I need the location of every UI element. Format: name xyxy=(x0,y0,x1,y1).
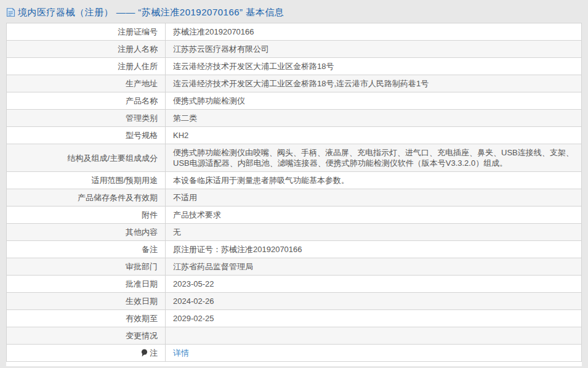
row-value: 第二类 xyxy=(166,110,582,127)
row-value: 江苏省药品监督管理局 xyxy=(166,258,582,276)
table-row: 附件 产品技术要求 xyxy=(7,206,582,224)
row-value: 江苏苏云医疗器材有限公司 xyxy=(166,41,582,58)
table-row: 注册证编号 苏械注准20192070166 xyxy=(7,23,582,41)
row-value: 2023-05-22 xyxy=(166,276,582,293)
page-header: 境内医疗器械（注册） —— “苏械注准20192070166” 基本信息 xyxy=(0,0,588,23)
row-label: 产品储存条件及有效期 xyxy=(7,189,166,206)
table-row: 批准日期 2023-05-22 xyxy=(7,276,582,293)
table-row: 注册人住所 连云港经济技术开发区大浦工业区金桥路18号 xyxy=(7,58,582,75)
note-balloon-icon xyxy=(141,349,148,357)
row-label: 批准日期 xyxy=(7,276,166,293)
table-row: 生效日期 2024-02-26 xyxy=(7,293,582,310)
table-row: 其他内容 无 xyxy=(7,224,582,241)
row-label: 生产地址 xyxy=(7,75,166,92)
row-value: KH2 xyxy=(166,127,582,144)
registration-info-table: 注册证编号 苏械注准20192070166 注册人名称 江苏苏云医疗器材有限公司… xyxy=(6,23,582,362)
row-value: 不适用 xyxy=(166,189,582,206)
table-row: 有效期至 2029-02-25 xyxy=(7,310,582,327)
row-label: 注册人住所 xyxy=(7,58,166,75)
row-value: 2029-02-25 xyxy=(166,310,582,327)
table-row: 生产地址 连云港经济技术开发区大浦工业区金桥路18号,连云港市人民路制药巷1号 xyxy=(7,75,582,92)
row-value: 2024-02-26 xyxy=(166,293,582,310)
row-value: 详情 xyxy=(166,345,582,362)
row-value: 原注册证号：苏械注准20192070166 xyxy=(166,241,582,258)
table-row: 适用范围/预期用途 本设备临床适用于测量患者肺吸气功能基本参数。 xyxy=(7,172,582,189)
row-label: 管理类别 xyxy=(7,110,166,127)
table-row: 备注 原注册证号：苏械注准20192070166 xyxy=(7,241,582,258)
table-row: 管理类别 第二类 xyxy=(7,110,582,127)
table-row: 结构及组成/主要组成成分 便携式肺功能检测仪由咬嘴、阀头、手柄、液晶屏、充电指示… xyxy=(7,144,582,172)
row-label: 其他内容 xyxy=(7,224,166,241)
row-label: 结构及组成/主要组成成分 xyxy=(7,144,166,172)
row-value: 无 xyxy=(166,224,582,241)
table-row: 审批部门 江苏省药品监督管理局 xyxy=(7,258,582,276)
details-link[interactable]: 详情 xyxy=(173,348,189,358)
row-value: 苏械注准20192070166 xyxy=(166,23,582,41)
page-title: 境内医疗器械（注册） —— “苏械注准20192070166” 基本信息 xyxy=(18,7,284,18)
row-value: 产品技术要求 xyxy=(166,206,582,224)
row-value: 便携式肺功能检测仪由咬嘴、阀头、手柄、液晶屏、充电指示灯、进气口、充电插座、鼻夹… xyxy=(166,144,582,172)
row-value: 连云港经济技术开发区大浦工业区金桥路18号 xyxy=(166,58,582,75)
row-label: 审批部门 xyxy=(7,258,166,276)
row-value xyxy=(166,327,582,345)
row-label: 附件 xyxy=(7,206,166,224)
row-label: 有效期至 xyxy=(7,310,166,327)
row-label: 注 xyxy=(7,345,166,362)
row-label: 注册证编号 xyxy=(7,23,166,41)
table-row: 产品储存条件及有效期 不适用 xyxy=(7,189,582,206)
row-value: 本设备临床适用于测量患者肺吸气功能基本参数。 xyxy=(166,172,582,189)
row-label: 适用范围/预期用途 xyxy=(7,172,166,189)
row-label: 备注 xyxy=(7,241,166,258)
row-label: 注册人名称 xyxy=(7,41,166,58)
row-value: 便携式肺功能检测仪 xyxy=(166,92,582,110)
row-label: 型号规格 xyxy=(7,127,166,144)
document-icon xyxy=(6,7,15,17)
info-panel: 注册证编号 苏械注准20192070166 注册人名称 江苏苏云医疗器材有限公司… xyxy=(6,23,582,366)
row-label: 变更情况 xyxy=(7,327,166,345)
table-row: 注册人名称 江苏苏云医疗器材有限公司 xyxy=(7,41,582,58)
table-row: 注 详情 xyxy=(7,345,582,362)
row-label: 产品名称 xyxy=(7,92,166,110)
row-label: 生效日期 xyxy=(7,293,166,310)
table-row: 变更情况 xyxy=(7,327,582,345)
table-row: 型号规格 KH2 xyxy=(7,127,582,144)
table-row: 产品名称 便携式肺功能检测仪 xyxy=(7,92,582,110)
row-value: 连云港经济技术开发区大浦工业区金桥路18号,连云港市人民路制药巷1号 xyxy=(166,75,582,92)
